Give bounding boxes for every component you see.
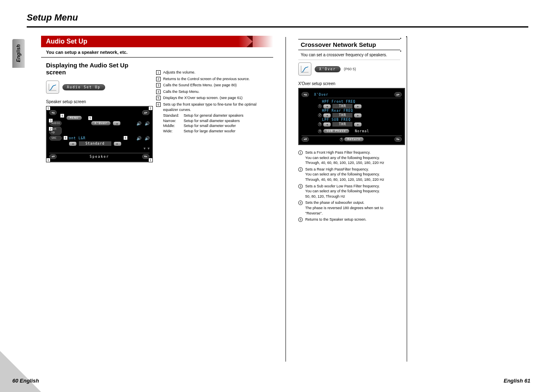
ds2-bl[interactable]: ◀▼ <box>302 137 309 142</box>
speaker-icon: 🔊 <box>136 136 141 141</box>
ds2-hpf-front: HPF Front FREQ <box>322 100 402 104</box>
speaker-icon: 🔊 <box>145 121 150 126</box>
rdesc-1: Sets a Front High Pass Filter frequency.… <box>305 150 400 166</box>
speaker-icon: 🔊 <box>145 136 150 141</box>
desc-5: Displays the X'Over setup screen. (see p… <box>163 95 271 101</box>
ds2-hpf-rear: HPF Rear FREQ <box>322 109 402 113</box>
ds-vol-left[interactable]: ◀▲ <box>49 110 57 115</box>
ds2-c1: 1 <box>318 104 322 108</box>
rdesc-3: Sets a Sub woofer Low Pass Filter freque… <box>305 184 400 199</box>
callout-5: 5 <box>88 116 92 120</box>
rnum-4: 4 <box>298 201 303 205</box>
ds2-tr[interactable]: ▲▶ <box>394 92 402 97</box>
callout-2: 2 <box>48 127 53 131</box>
num-6: 6 <box>156 102 161 107</box>
sub-v1: Setup for small diameter speakers <box>184 118 240 124</box>
equalizer-icon-2 <box>298 62 311 76</box>
callout-6b: 6 <box>123 136 128 140</box>
num-3: 3 <box>156 83 161 88</box>
desc-1: Adjusts the volume. <box>163 70 271 75</box>
ds-std-left[interactable]: ◀ <box>69 142 76 146</box>
woofer-icon: ▼ ▼ <box>144 147 150 150</box>
ds-xover-left[interactable]: ◀ <box>113 121 120 125</box>
equalizer-icon <box>46 81 59 94</box>
footer-left-pagenum: 60 English <box>12 378 39 384</box>
crossover-subtitle: You can set a crossover frequency of spe… <box>298 50 400 60</box>
ds-src-btn[interactable]: SRC <box>49 136 62 141</box>
num-5: 5 <box>156 96 161 100</box>
rdesc-2: Sets a Rear High PassFilter frequency. Y… <box>305 167 400 182</box>
ds2-1-val: THR <box>332 104 352 108</box>
desc-6: Sets up the front speaker type to fine-t… <box>163 102 256 112</box>
ds2-3-left[interactable]: ◀ <box>323 122 331 127</box>
ds2-c5: 5 <box>340 138 343 141</box>
ds2-title: X'Over <box>314 93 328 97</box>
right-description-list: 1Sets a Front High Pass Filter frequency… <box>298 150 400 222</box>
ds2-normal: Normal <box>355 129 369 133</box>
ds2-1-right[interactable]: ▶ <box>354 104 362 108</box>
ds2-2-val: THR <box>332 113 352 118</box>
ds2-lpf-sub: LPF SUB FREQ <box>322 118 402 122</box>
footer-right-pagenum: English 61 <box>504 378 530 384</box>
audio-setup-pill[interactable]: Audio Set Up <box>62 84 105 90</box>
sub-k2: Middle: <box>163 123 184 129</box>
ds2-3-val: THR <box>332 122 352 127</box>
ds-standard-value: Standard <box>79 141 111 146</box>
ds2-tl[interactable]: ◀▲ <box>302 92 309 97</box>
xover-setup-screen: ◀▲ X'Over ▲▶ HPF Front FREQ 1 ◀ THR ▶ HP… <box>298 88 405 145</box>
language-tab: English <box>12 39 25 68</box>
rnum-5: 5 <box>298 217 303 222</box>
desc-3: Calls the Sound Effects Menu. (see page … <box>163 83 271 88</box>
callout-1c: 1 <box>46 158 51 162</box>
rnum-1: 1 <box>298 150 303 155</box>
num-1: 1 <box>156 70 161 75</box>
language-label: English <box>16 44 21 62</box>
sub-v0: Setup for general diameter speakers <box>184 113 244 118</box>
ds2-subphase[interactable]: SUB Phase <box>323 129 349 133</box>
xover-pill[interactable]: X'Over <box>315 66 341 72</box>
sub-k1: Narrow: <box>163 118 184 124</box>
ds2-1-left[interactable]: ◀ <box>323 104 331 108</box>
ds2-br[interactable]: ▼▶ <box>394 137 402 142</box>
ds2-c4: 4 <box>318 129 322 133</box>
desc-4: Calls the Setup Menu. <box>163 89 271 95</box>
callout-4: 4 <box>60 113 64 118</box>
sub-v3: Setup for large diameter woofer <box>184 129 235 134</box>
ds-std-right[interactable]: ▶ <box>114 142 121 146</box>
callout-6a: 6 <box>63 136 68 140</box>
ds2-3-right[interactable]: ▶ <box>354 122 362 127</box>
speaker-icon: 🔊 <box>136 121 141 126</box>
ds-xover-pill[interactable]: X'Over <box>91 121 111 125</box>
ds-menu-btn[interactable]: MENU <box>67 116 82 120</box>
rnum-2: 2 <box>298 167 303 172</box>
speaker-screen-caption: Speaker setup screen <box>41 96 148 105</box>
rdesc-4: Sets the phase of subwoofer output. The … <box>305 200 400 216</box>
footer-decoration <box>0 351 41 392</box>
page-title: Setup Menu <box>0 0 555 26</box>
rdesc-5: Returns to the Speaker setup screen. <box>305 217 400 222</box>
ds-vol-right[interactable]: ▲▶ <box>142 110 150 115</box>
ds2-2-right[interactable]: ▶ <box>354 113 362 118</box>
num-4: 4 <box>156 90 161 94</box>
xover-ref: (P60 5) <box>344 67 356 71</box>
num-2: 2 <box>156 77 161 81</box>
sub-k0: Standard: <box>163 113 184 118</box>
sub-v2: Setup for small diameter woofer <box>184 123 236 129</box>
callout-1a: 1 <box>46 106 51 111</box>
rnum-3: 3 <box>298 184 303 189</box>
crossover-header: Crossover Network Setup <box>298 39 400 50</box>
ds-footer-speaker: Speaker <box>90 155 109 159</box>
displaying-audio-heading: Displaying the Audio Set Up screen <box>41 58 148 78</box>
audio-setup-subtitle: You can setup a speaker network, etc. <box>41 47 273 58</box>
sub-k3: Wide: <box>163 129 184 134</box>
ds2-return[interactable]: Return <box>344 137 364 141</box>
ds2-c3: 3 <box>318 122 322 126</box>
left-description-list: 1Adjusts the volume. 2Returns to the Con… <box>156 70 271 134</box>
ds2-2-left[interactable]: ◀ <box>323 113 331 118</box>
audio-setup-header: Audio Set Up <box>41 36 273 47</box>
callout-1d: 1 <box>148 158 153 162</box>
desc-2: Returns to the Control screen of the pre… <box>163 76 271 82</box>
speaker-setup-screen: 1 1 1 1 4 3 2 5 6 6 ◀▲ ▲▶ M <box>46 106 153 162</box>
xover-caption: X'Over setup screen <box>298 78 400 87</box>
callout-1b: 1 <box>148 106 153 111</box>
